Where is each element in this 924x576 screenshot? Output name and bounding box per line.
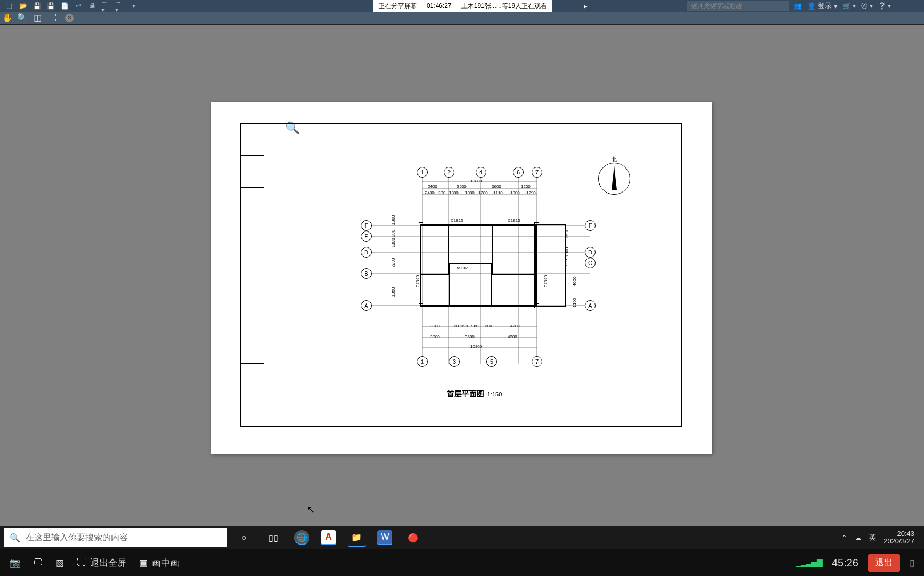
login-button[interactable]: 👤 登录 ▾ <box>807 1 838 11</box>
signin-person-icon[interactable]: 👥 <box>794 2 802 10</box>
meeting-control-bar: 📷 🖵 ▧ ⛶ 退出全屏 ▣ 画中画 ▁▂▃▅▇ 45:26 退出 ▯ <box>0 549 924 576</box>
search-icon: 🔍 <box>10 533 20 543</box>
view-toolbar: ✋ 🔍 ◫ ⛶ ✕ <box>0 12 924 25</box>
drawing-area: 北 1 2 4 6 7 10800 2400 3600 3600 1200 24… <box>265 124 684 428</box>
pan-icon[interactable]: ✋ <box>2 13 13 23</box>
windows-taskbar: 🔍 在这里输入你要搜索的内容 ○ ▯▯ 🌐 A 📁 W 🔴 ⌃ ☁ 英 20:4… <box>0 526 924 549</box>
ime-indicator[interactable]: 英 <box>869 533 876 542</box>
share-duration: 01:46:27 <box>427 2 452 10</box>
mark-c2020-2: C2020 <box>543 275 548 288</box>
dim-l3: 1050 <box>391 287 396 297</box>
grid-bubble-3b: 3 <box>449 356 460 367</box>
grid-bubble-Dl: D <box>361 247 372 258</box>
dim-b1-0: 3000 <box>430 324 440 329</box>
close-preview-icon[interactable]: ✕ <box>65 14 74 22</box>
grid-bubble-1b: 1 <box>417 356 428 367</box>
taskbar-apps: ○ ▯▯ 🌐 A 📁 W 🔴 <box>235 529 422 547</box>
viewer-right: ▁▂▃▅▇ 45:26 退出 ▯ <box>796 554 914 572</box>
dropdown-icon[interactable]: ▾ <box>129 1 139 11</box>
mark-c1815-2: C1815 <box>508 218 520 223</box>
dim-b2-1: 3600 <box>465 334 475 339</box>
forward-icon[interactable]: → ▾ <box>115 1 125 11</box>
dim-b1-2: 960 <box>471 324 478 329</box>
paper-sheet: 🔍 北 1 2 4 6 <box>211 102 712 454</box>
grid-bubble-5b: 5 <box>486 356 497 367</box>
signal-icon: ▁▂▃▅▇ <box>796 558 822 567</box>
compass-label: 北 <box>612 156 617 163</box>
taskview-icon[interactable]: ▯▯ <box>264 529 283 547</box>
cortana-icon[interactable]: ○ <box>235 529 253 547</box>
autocad-app-icon[interactable]: A <box>321 530 336 545</box>
cloud-icon[interactable]: ☁ <box>855 534 862 542</box>
minimize-icon[interactable]: — <box>907 2 913 10</box>
date: 2020/3/27 <box>883 538 914 545</box>
fullscreen-exit-icon: ⛶ <box>77 557 86 568</box>
share-status: 正在分享屏幕 <box>379 2 417 11</box>
dim-l2: 2200 <box>391 258 396 268</box>
clock[interactable]: 20:43 2020/3/27 <box>883 530 914 546</box>
exchange-icon[interactable]: 🛒 ▾ <box>843 2 856 10</box>
model-space[interactable]: 🔍 北 1 2 4 6 <box>0 25 924 576</box>
dim-l0: 1000 <box>391 215 396 225</box>
browser-app-icon[interactable]: 🌐 <box>294 530 309 545</box>
open-icon[interactable]: 📂 <box>18 1 28 11</box>
titlebar-right: 键入关键字或短语 👥 👤 登录 ▾ 🛒 ▾ Ⓐ ▾ ❔ ▾ — <box>687 0 913 12</box>
dim-b1-1: 120 1600 <box>452 324 469 329</box>
wall-room3 <box>492 224 537 275</box>
time: 20:43 <box>883 530 914 538</box>
floor-plan: 1 2 4 6 7 10800 2400 3600 3600 1200 2400… <box>361 167 633 370</box>
undo-icon[interactable]: ↩ <box>74 1 83 11</box>
present-icon[interactable]: ▧ <box>55 557 64 569</box>
back-icon[interactable]: ← ▾ <box>101 1 111 11</box>
grid-bubble-Bl: B <box>361 268 372 279</box>
pip-button[interactable]: ▣ 画中画 <box>139 557 179 569</box>
saveas-icon[interactable]: 💾 <box>46 1 55 11</box>
column-2 <box>534 222 539 227</box>
grid-bubble-Al: A <box>361 300 372 311</box>
camera-off-icon[interactable]: 📷 <box>10 557 21 569</box>
new-icon[interactable]: ▢ <box>4 1 14 11</box>
explorer-app-icon[interactable]: 📁 <box>348 529 366 547</box>
grid-bubble-Fr: F <box>585 220 596 231</box>
grid-bubble-Fl: F <box>361 220 372 231</box>
wall-room1 <box>420 224 449 275</box>
app-icon[interactable]: Ⓐ ▾ <box>861 2 872 11</box>
more-icon[interactable]: ▯ <box>910 557 914 569</box>
plot-icon[interactable]: 📄 <box>60 1 69 11</box>
dim-r3: 4000 <box>572 277 577 286</box>
tray-expand-icon[interactable]: ⌃ <box>841 534 847 542</box>
recorder-app-icon[interactable]: 🔴 <box>404 529 422 547</box>
wps-app-icon[interactable]: W <box>377 530 392 545</box>
grid-bubble-Cr: C <box>585 258 596 268</box>
screen-icon[interactable]: 🖵 <box>34 557 43 568</box>
dim-b1-3: 1200 <box>483 324 492 329</box>
mark-c2020-1: C2020 <box>415 275 420 288</box>
exit-fullscreen-label: 退出全屏 <box>90 557 126 569</box>
system-tray: ⌃ ☁ 英 20:43 2020/3/27 <box>841 530 924 546</box>
dim-b1-4: 4200 <box>510 324 520 329</box>
collapse-icon[interactable]: ▸ <box>584 2 588 10</box>
column-4 <box>534 303 539 308</box>
mark-m1021: M1021 <box>457 266 470 270</box>
zoom-icon[interactable]: 🔍 <box>17 13 28 23</box>
windows-search-input[interactable]: 🔍 在这里输入你要搜索的内容 <box>4 528 227 547</box>
help-icon[interactable]: ❔ ▾ <box>878 2 891 10</box>
column-3 <box>419 303 423 308</box>
user-icon: 👤 <box>807 2 816 10</box>
login-label: 登录 <box>818 1 832 11</box>
chevron-down-icon: ▾ <box>834 2 838 10</box>
exit-button[interactable]: 退出 <box>868 554 900 572</box>
exit-fullscreen-button[interactable]: ⛶ 退出全屏 <box>77 557 126 569</box>
drawing-title-text: 首层平面图 <box>447 389 484 399</box>
extents-icon[interactable]: ⛶ <box>47 13 58 23</box>
drawing-scale: 1:150 <box>487 391 502 397</box>
drawing-frame: 北 1 2 4 6 7 10800 2400 3600 3600 1200 24… <box>240 123 682 427</box>
help-search-input[interactable]: 键入关键字或短语 <box>687 1 789 11</box>
dim-b2-2: 4200 <box>508 334 517 339</box>
save-icon[interactable]: 💾 <box>32 1 42 11</box>
screen-share-banner: 正在分享屏幕 01:46:27 土木191张......等19人正在观看 <box>373 0 552 12</box>
dim-l1: 1300 200 <box>391 230 396 247</box>
window-icon[interactable]: ◫ <box>32 13 43 23</box>
dim-b2-0: 3000 <box>430 334 440 339</box>
print-icon[interactable]: 🖶 <box>87 1 97 11</box>
